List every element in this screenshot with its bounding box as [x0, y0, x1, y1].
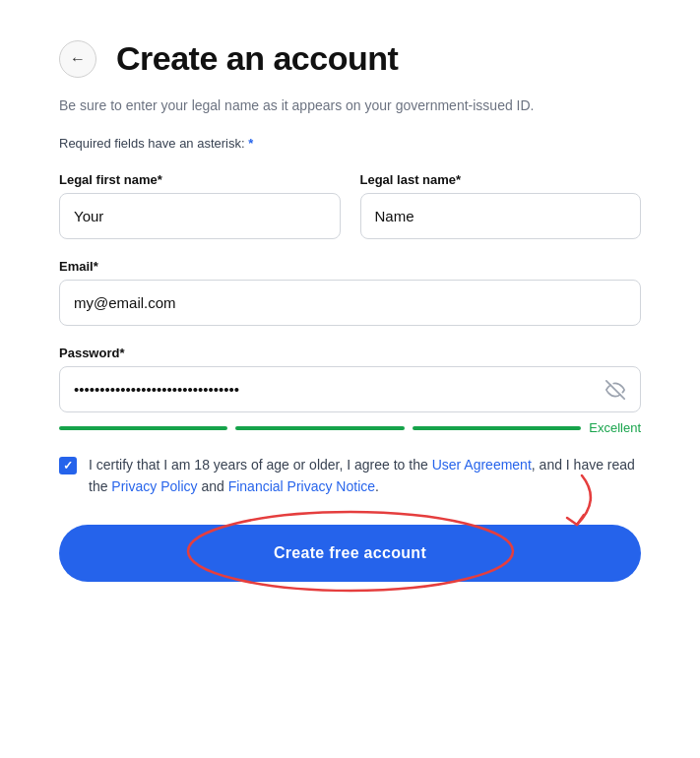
required-note: Required fields have an asterisk: *	[59, 136, 641, 151]
subtitle: Be sure to enter your legal name as it a…	[59, 95, 571, 116]
create-account-button[interactable]: Create free account	[59, 525, 641, 582]
user-agreement-link[interactable]: User Agreement	[432, 457, 532, 473]
strength-bar-3	[413, 426, 581, 430]
page-container: ← Create an account Be sure to enter you…	[0, 0, 700, 758]
financial-privacy-link[interactable]: Financial Privacy Notice	[228, 478, 375, 494]
header-row: ← Create an account	[59, 39, 641, 78]
password-group: Password*	[59, 346, 641, 412]
page-title: Create an account	[116, 39, 398, 78]
check-icon: ✓	[63, 460, 73, 472]
button-wrapper: Create free account	[59, 525, 641, 582]
last-name-input[interactable]	[360, 193, 642, 239]
asterisk: *	[248, 136, 253, 151]
back-button[interactable]: ←	[59, 40, 96, 78]
strength-bar-2	[235, 426, 404, 430]
email-input[interactable]	[59, 280, 641, 326]
privacy-policy-link[interactable]: Privacy Policy	[111, 478, 197, 494]
back-arrow-icon: ←	[70, 51, 86, 67]
password-label: Password*	[59, 346, 641, 360]
strength-bar-1	[59, 426, 227, 430]
password-input[interactable]	[59, 366, 641, 412]
password-strength: Excellent	[59, 420, 641, 435]
name-row: Legal first name* Legal last name*	[59, 172, 641, 239]
email-label: Email*	[59, 259, 641, 274]
terms-checkbox[interactable]: ✓	[59, 457, 77, 474]
strength-label: Excellent	[589, 420, 641, 435]
agreement-row: ✓ I certify that I am 18 years of age or…	[59, 455, 641, 497]
first-name-label: Legal first name*	[59, 172, 341, 187]
password-wrapper	[59, 366, 641, 412]
last-name-group: Legal last name*	[360, 172, 642, 239]
first-name-input[interactable]	[59, 193, 341, 239]
eye-off-icon	[605, 380, 625, 400]
email-group: Email*	[59, 259, 641, 326]
checkbox-wrapper[interactable]: ✓	[59, 457, 77, 474]
last-name-label: Legal last name*	[360, 172, 642, 187]
first-name-group: Legal first name*	[59, 172, 341, 239]
agreement-text: I certify that I am 18 years of age or o…	[89, 455, 641, 497]
password-toggle-button[interactable]	[602, 376, 629, 404]
